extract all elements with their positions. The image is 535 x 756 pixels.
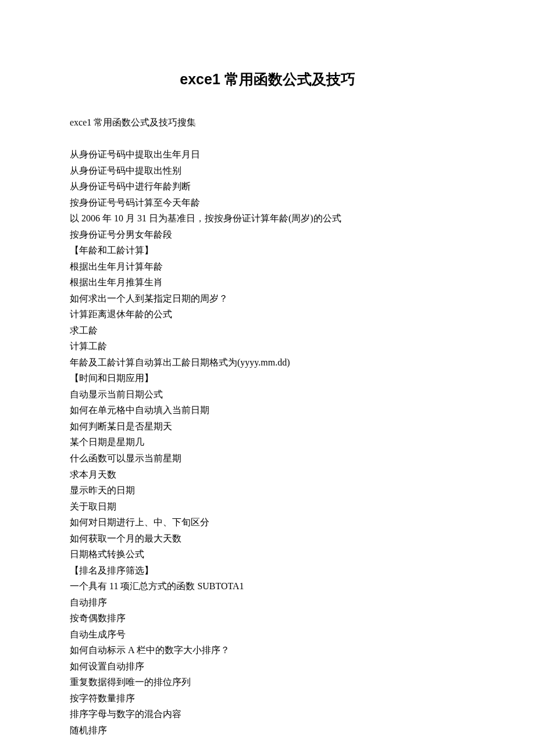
content-line: 从身份证号码中进行年龄判断	[70, 178, 465, 195]
content-line: 【时间和日期应用】	[70, 370, 465, 386]
content-line: 按身份证号号码计算至今天年龄	[70, 195, 465, 211]
content-line: 求本月天数	[70, 467, 465, 483]
content-line: 计算距离退休年龄的公式	[70, 306, 465, 323]
content-line: 根据出生年月推算生肖	[70, 274, 465, 291]
content-line: 什么函数可以显示当前星期	[70, 450, 465, 467]
content-line: 如何在单元格中自动填入当前日期	[70, 402, 465, 418]
content-line: 自动排序	[70, 594, 465, 611]
content-line: 【排名及排序筛选】	[70, 562, 465, 579]
content-line: 关于取日期	[70, 499, 465, 515]
content-line: 日期格式转换公式	[70, 546, 465, 562]
content-line: 自动显示当前日期公式	[70, 386, 465, 403]
content-line: 自动生成序号	[70, 626, 465, 643]
content-line: 如何求出一个人到某指定日期的周岁？	[70, 291, 465, 307]
content-line: 求工龄	[70, 323, 465, 339]
content-line: 年龄及工龄计算自动算出工龄日期格式为(yyyy.mm.dd)	[70, 354, 465, 371]
content-line: 排序字母与数字的混合内容	[70, 706, 465, 722]
content-line: 以 2006 年 10 月 31 日为基准日，按按身份证计算年龄(周岁)的公式	[70, 210, 465, 227]
content-line: 如何获取一个月的最大天数	[70, 531, 465, 547]
content-line: 随机排序	[70, 722, 465, 739]
content-line: 重复数据得到唯一的排位序列	[70, 674, 465, 690]
content-line: 显示昨天的日期	[70, 482, 465, 499]
content-line: 如何判断某日是否星期天	[70, 418, 465, 435]
content-line: 一个具有 11 项汇总方式的函数 SUBTOTA1	[70, 578, 465, 594]
content-line: 如何自动标示 A 栏中的数字大小排序？	[70, 642, 465, 658]
content-line: 计算工龄	[70, 338, 465, 354]
content-line: 根据出生年月计算年龄	[70, 259, 465, 275]
content-line: 【年龄和工龄计算】	[70, 242, 465, 259]
content-line: 如何设置自动排序	[70, 658, 465, 675]
content-line: 按身份证号分男女年龄段	[70, 227, 465, 243]
content-line: 从身份证号码中提取出生年月日	[70, 146, 465, 163]
content-line: 按字符数量排序	[70, 690, 465, 707]
document-title: exce1 常用函数公式及技巧	[70, 70, 465, 89]
document-content: 从身份证号码中提取出生年月日 从身份证号码中提取出性别 从身份证号码中进行年龄判…	[70, 146, 465, 738]
content-line: 某个日期是星期几	[70, 434, 465, 450]
document-subtitle: exce1 常用函数公式及技巧搜集	[70, 114, 465, 130]
content-line: 按奇偶数排序	[70, 610, 465, 626]
content-line: 从身份证号码中提取出性别	[70, 163, 465, 179]
content-line: 如何对日期进行上、中、下旬区分	[70, 514, 465, 531]
